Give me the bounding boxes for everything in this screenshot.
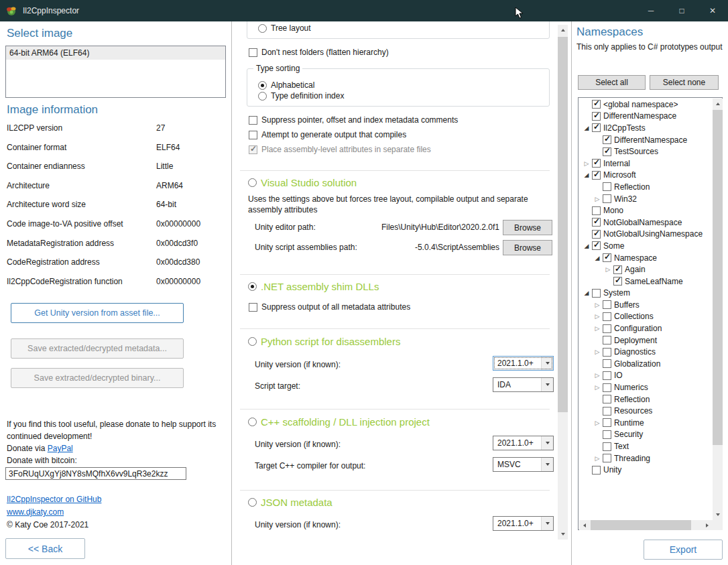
suppress-comments-checkbox[interactable]: [249, 116, 257, 125]
scroll-right-arrow-icon[interactable]: [702, 520, 713, 530]
image-listbox[interactable]: 64-bit ARM64 (ELF64): [5, 46, 226, 98]
namespace-checkbox[interactable]: [592, 289, 601, 298]
scroll-down-arrow-icon[interactable]: [713, 509, 723, 520]
scroll-down-arrow-icon[interactable]: [558, 529, 568, 540]
tree-item-collections[interactable]: Collections: [579, 311, 713, 323]
tree-item-testsources[interactable]: TestSources: [579, 145, 713, 158]
collapse-arrow-icon[interactable]: [583, 242, 591, 250]
dropdown-arrow-icon[interactable]: [541, 458, 553, 471]
expand-arrow-icon[interactable]: [583, 160, 591, 168]
tree-item-some[interactable]: Some: [579, 240, 713, 252]
tree-item-reflection[interactable]: Reflection: [579, 181, 713, 193]
scroll-left-arrow-icon[interactable]: [579, 520, 590, 530]
namespace-checkbox[interactable]: [613, 265, 622, 274]
tree-item-differentnamespace[interactable]: DifferentNamespace: [579, 134, 713, 146]
tree-item-io[interactable]: IO: [579, 370, 713, 382]
tree-item-microsoft[interactable]: Microsoft: [579, 170, 713, 182]
tree-item-again[interactable]: Again: [579, 263, 713, 275]
dropdown-arrow-icon[interactable]: [541, 357, 553, 370]
tree-item-win32[interactable]: Win32: [579, 193, 713, 205]
cpp-scaffolding-radio-row[interactable]: C++ scaffolding / DLL injection project: [248, 416, 430, 428]
namespace-checkbox[interactable]: [603, 253, 611, 262]
type-def-index-radio[interactable]: [258, 92, 267, 101]
tree-item-namespace[interactable]: Namespace: [579, 252, 713, 264]
attempt-compile-checkbox[interactable]: [249, 131, 257, 139]
attempt-compile-checkbox-row[interactable]: Attempt to generate output that compiles: [249, 130, 406, 139]
collapse-arrow-icon[interactable]: [593, 254, 601, 262]
tree-item-security[interactable]: Security: [579, 429, 713, 441]
suppress-comments-checkbox-row[interactable]: Suppress pointer, offset and index metad…: [249, 115, 458, 125]
namespace-checkbox[interactable]: [603, 407, 611, 416]
scrollbar-thumb[interactable]: [558, 37, 568, 412]
script-target-combobox[interactable]: IDA: [493, 377, 554, 392]
browse-editor-path-button[interactable]: Browse: [503, 220, 552, 235]
collapse-arrow-icon[interactable]: [583, 289, 591, 297]
namespace-checkbox[interactable]: [603, 383, 611, 392]
tree-item-notglobalusingnamespace[interactable]: NotGlobalUsingNamespace: [579, 229, 713, 241]
tree-item-deployment[interactable]: Deployment: [579, 334, 713, 347]
suppress-metadata-checkbox[interactable]: [249, 303, 257, 312]
image-list-item[interactable]: 64-bit ARM64 (ELF64): [6, 46, 225, 60]
tree-item-configuration[interactable]: Configuration: [579, 322, 713, 334]
namespace-checkbox[interactable]: [592, 100, 601, 109]
tree-item-reflection[interactable]: Reflection: [579, 393, 713, 405]
expand-arrow-icon[interactable]: [593, 348, 601, 356]
tree-item-differentnamespace[interactable]: DifferentNamespace: [579, 111, 713, 123]
select-all-button[interactable]: Select all: [578, 75, 646, 90]
python-script-radio-row[interactable]: Python script for disassemblers: [248, 336, 400, 347]
namespace-checkbox[interactable]: [592, 218, 601, 227]
namespace-checkbox[interactable]: [603, 312, 611, 321]
tree-item-sameleafname[interactable]: SameLeafName: [579, 275, 713, 288]
expand-arrow-icon[interactable]: [593, 324, 601, 332]
tree-horizontal-scrollbar[interactable]: [579, 520, 713, 530]
python-unity-version-combobox[interactable]: 2021.1.0+: [493, 356, 554, 371]
unity-editor-path-value[interactable]: Files\Unity\Hub\Editor\2020.2.0f1: [335, 223, 499, 232]
scroll-up-arrow-icon[interactable]: [558, 25, 568, 36]
save-binary-button[interactable]: Save extracted/decrypted binary...: [11, 368, 184, 388]
close-button[interactable]: ✕: [697, 0, 728, 21]
json-metadata-radio[interactable]: [248, 498, 257, 507]
namespace-checkbox[interactable]: [603, 454, 611, 462]
namespace-checkbox[interactable]: [603, 300, 611, 309]
browse-assemblies-path-button[interactable]: Browse: [503, 240, 552, 255]
export-button[interactable]: Export: [644, 540, 723, 560]
expand-arrow-icon[interactable]: [593, 301, 601, 309]
expand-arrow-icon[interactable]: [604, 265, 612, 273]
tree-item-runtime[interactable]: Runtime: [579, 417, 713, 429]
expand-arrow-icon[interactable]: [593, 371, 601, 379]
back-button[interactable]: << Back: [5, 538, 85, 559]
flatten-checkbox-row[interactable]: Don't nest folders (flatten hierarchy): [249, 48, 389, 57]
namespace-checkbox[interactable]: [603, 348, 611, 357]
namespace-checkbox[interactable]: [603, 442, 611, 451]
dropdown-arrow-icon[interactable]: [541, 378, 553, 391]
separate-attributes-checkbox-row[interactable]: Place assembly-level attributes in separ…: [249, 145, 431, 154]
shim-dlls-radio[interactable]: [248, 282, 257, 291]
cpp-unity-version-combobox[interactable]: 2021.1.0+: [493, 436, 554, 450]
tree-item-text[interactable]: Text: [579, 440, 713, 452]
select-none-button[interactable]: Select none: [650, 75, 719, 90]
maximize-button[interactable]: □: [666, 0, 697, 21]
namespace-checkbox[interactable]: [603, 135, 611, 144]
scrollbar-thumb[interactable]: [713, 110, 723, 445]
namespace-checkbox[interactable]: [592, 159, 601, 168]
namespace-checkbox[interactable]: [592, 206, 601, 215]
json-unity-version-combobox[interactable]: 2021.1.0+: [493, 516, 554, 531]
dropdown-arrow-icon[interactable]: [541, 517, 553, 530]
namespace-checkbox[interactable]: [603, 182, 611, 191]
namespace-checkbox[interactable]: [603, 371, 611, 380]
dropdown-arrow-icon[interactable]: [541, 436, 553, 450]
expand-arrow-icon[interactable]: [593, 383, 601, 391]
separate-attributes-checkbox[interactable]: [249, 145, 257, 154]
github-link[interactable]: Il2CppInspector on GitHub: [7, 495, 101, 504]
scroll-up-arrow-icon[interactable]: [713, 99, 723, 109]
tree-item-notglobalnamespace[interactable]: NotGlobalNamespace: [579, 216, 713, 229]
tree-item-il2cpptests[interactable]: Il2CppTests: [579, 122, 713, 134]
namespace-checkbox[interactable]: [592, 123, 601, 132]
tree-item-unity[interactable]: Unity: [579, 464, 713, 476]
tree-item-numerics[interactable]: Numerics: [579, 381, 713, 393]
namespace-checkbox[interactable]: [592, 171, 601, 180]
website-link[interactable]: www.djkaty.com: [7, 507, 64, 517]
alphabetical-radio[interactable]: [258, 81, 267, 90]
namespace-checkbox[interactable]: [603, 430, 611, 439]
namespace-checkbox[interactable]: [592, 466, 601, 475]
